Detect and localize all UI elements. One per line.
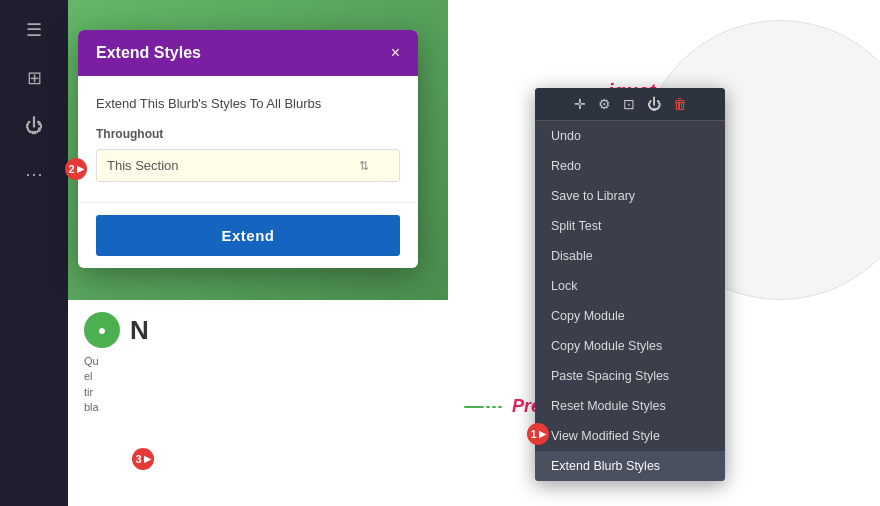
sidebar-icon-power[interactable]: ⏻	[14, 106, 54, 146]
content-circle-icon: ●	[84, 312, 120, 348]
context-menu-extend-blurb[interactable]: Extend Blurb Styles	[535, 451, 725, 481]
context-menu-copy-module[interactable]: Copy Module	[535, 301, 725, 331]
toolbar-copy-icon[interactable]: ⊡	[623, 96, 635, 112]
modal-title: Extend Styles	[96, 44, 201, 62]
content-body-text: Queltirbla	[84, 354, 432, 416]
modal-body: Extend This Blurb's Styles To All Blurbs…	[78, 76, 418, 202]
context-menu-save-library[interactable]: Save to Library	[535, 181, 725, 211]
toolbar-power-icon[interactable]: ⏻	[647, 96, 661, 112]
context-menu-disable[interactable]: Disable	[535, 241, 725, 271]
modal-select-dropdown[interactable]: This Section ⇅	[96, 149, 400, 182]
modal-select-value: This Section	[107, 158, 179, 173]
step-badge-3: 3 ▶	[132, 448, 154, 470]
step-badge-1: 1 ▶	[527, 423, 549, 445]
dash-2	[486, 406, 490, 408]
modal-description: Extend This Blurb's Styles To All Blurbs	[96, 96, 400, 111]
toolbar-plus-icon[interactable]: ✛	[574, 96, 586, 112]
badge-arrow-2: ▶	[77, 164, 84, 174]
context-menu-split-test[interactable]: Split Test	[535, 211, 725, 241]
modal-select-arrow-icon: ⇅	[359, 159, 369, 173]
toolbar-gear-icon[interactable]: ⚙	[598, 96, 611, 112]
badge-arrow-1: ▶	[539, 429, 546, 439]
context-menu-reset-module[interactable]: Reset Module Styles	[535, 391, 725, 421]
dash-1	[464, 406, 484, 408]
context-menu-paste-spacing[interactable]: Paste Spacing Styles	[535, 361, 725, 391]
content-area: ● N Queltirbla	[68, 300, 448, 506]
context-menu-undo[interactable]: Undo	[535, 121, 725, 151]
badge-arrow-3: ▶	[144, 454, 151, 464]
dash-4	[498, 406, 502, 408]
sidebar-icon-menu[interactable]: ☰	[14, 10, 54, 50]
sidebar-icon-more[interactable]: ⋯	[14, 154, 54, 194]
modal-footer: Extend	[78, 202, 418, 268]
content-icon-row: ● N	[84, 312, 432, 348]
sidebar-icon-grid[interactable]: ⊞	[14, 58, 54, 98]
context-menu-copy-module-styles[interactable]: Copy Module Styles	[535, 331, 725, 361]
context-menu-view-modified[interactable]: View Modified Style	[535, 421, 725, 451]
modal-throughout-label: Throughout	[96, 127, 400, 141]
modal-close-button[interactable]: ×	[391, 45, 400, 61]
dash-3	[492, 406, 496, 408]
modal-extend-button[interactable]: Extend	[96, 215, 400, 256]
context-menu: ✛ ⚙ ⊡ ⏻ 🗑 Undo Redo Save to Library Spli…	[535, 88, 725, 481]
toolbar-trash-icon[interactable]: 🗑	[673, 96, 687, 112]
context-menu-toolbar: ✛ ⚙ ⊡ ⏻ 🗑	[535, 88, 725, 121]
left-sidebar: ☰ ⊞ ⏻ ⋯	[0, 0, 68, 506]
step-badge-2: 2 ▶	[65, 158, 87, 180]
decorative-dashes	[464, 406, 502, 408]
extend-styles-modal: Extend Styles × Extend This Blurb's Styl…	[78, 30, 418, 268]
context-menu-lock[interactable]: Lock	[535, 271, 725, 301]
context-menu-redo[interactable]: Redo	[535, 151, 725, 181]
content-letter-n: N	[130, 315, 149, 346]
modal-header: Extend Styles ×	[78, 30, 418, 76]
